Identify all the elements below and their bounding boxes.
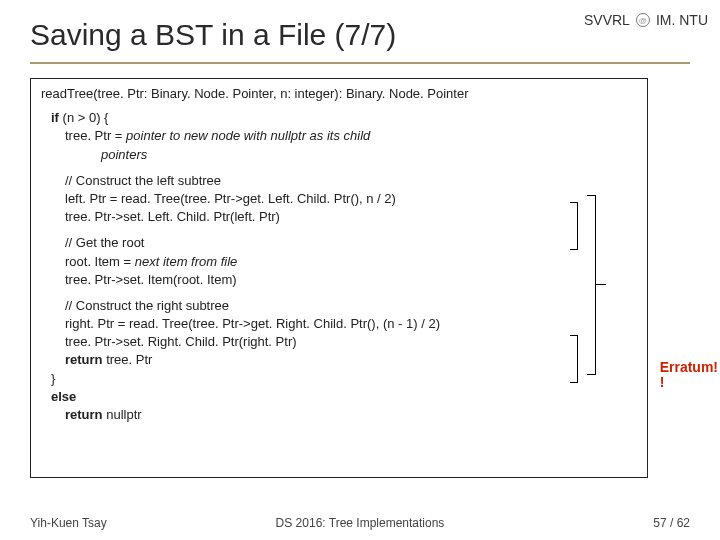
comment-right: // Construct the right subtree bbox=[65, 297, 637, 315]
function-signature: readTree(tree. Ptr: Binary. Node. Pointe… bbox=[41, 85, 637, 103]
line-setleft: tree. Ptr->set. Left. Child. Ptr(left. P… bbox=[65, 208, 637, 226]
code-box: readTree(tree. Ptr: Binary. Node. Pointe… bbox=[30, 78, 648, 478]
line-setright: tree. Ptr->set. Right. Child. Ptr(right.… bbox=[65, 333, 637, 351]
footer: Yih-Kuen Tsay DS 2016: Tree Implementati… bbox=[30, 516, 690, 530]
bracket-mid-tick bbox=[596, 284, 606, 285]
header-left: SVVRL bbox=[584, 12, 630, 28]
footer-page: 57 / 62 bbox=[653, 516, 690, 530]
line-setitem: tree. Ptr->set. Item(root. Item) bbox=[65, 271, 637, 289]
bracket-block-2 bbox=[570, 335, 578, 383]
return-null: return nullptr bbox=[65, 406, 637, 424]
if-line: if (n > 0) { bbox=[51, 109, 637, 127]
line-newnode-cont: pointers bbox=[101, 146, 637, 164]
if-keyword: if bbox=[51, 110, 59, 125]
logo-icon: @ bbox=[636, 13, 650, 27]
bracket-block-1 bbox=[570, 202, 578, 250]
return-tree: return tree. Ptr bbox=[65, 351, 637, 369]
line-rootitem: root. Item = next item from file bbox=[65, 253, 637, 271]
else-keyword: else bbox=[51, 388, 637, 406]
comment-left: // Construct the left subtree bbox=[65, 172, 637, 190]
header: SVVRL @ IM. NTU bbox=[584, 12, 708, 28]
footer-author: Yih-Kuen Tsay bbox=[30, 516, 107, 530]
bracket-big bbox=[586, 195, 596, 375]
title-divider bbox=[30, 62, 690, 64]
line-newnode: tree. Ptr = pointer to new node with nul… bbox=[65, 127, 637, 145]
line-rightptr: right. Ptr = read. Tree(tree. Ptr->get. … bbox=[65, 315, 637, 333]
header-right: IM. NTU bbox=[656, 12, 708, 28]
close-brace: } bbox=[51, 370, 637, 388]
slide-title: Saving a BST in a File (7/7) bbox=[30, 18, 396, 52]
if-cond: (n > 0) { bbox=[59, 110, 109, 125]
erratum-label: Erratum! ! bbox=[660, 360, 718, 391]
footer-course: DS 2016: Tree Implementations bbox=[276, 516, 445, 530]
comment-root: // Get the root bbox=[65, 234, 637, 252]
line-leftptr: left. Ptr = read. Tree(tree. Ptr->get. L… bbox=[65, 190, 637, 208]
